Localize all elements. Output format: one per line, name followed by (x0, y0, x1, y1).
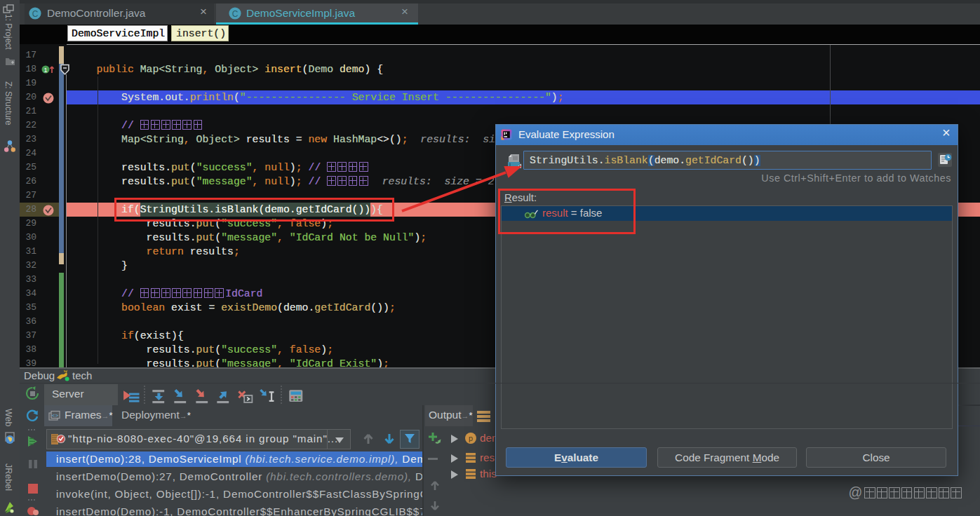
svg-text:C: C (32, 9, 39, 19)
svg-text:1: 1 (43, 67, 47, 74)
svg-text:p: p (469, 434, 473, 442)
svg-text:C: C (232, 9, 239, 19)
svg-text:<>: <> (52, 412, 59, 419)
